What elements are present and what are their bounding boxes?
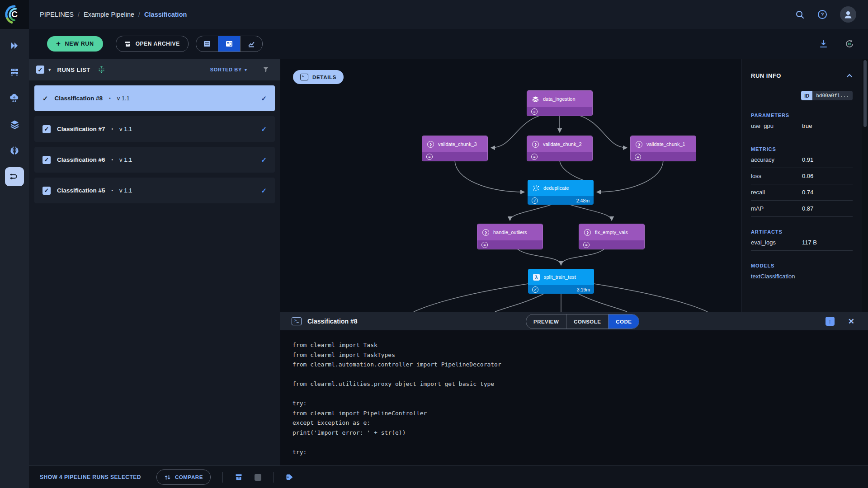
tab-code[interactable]: CODE	[609, 314, 639, 328]
run-status-check-icon: ✓	[261, 94, 267, 103]
footer-divider	[222, 472, 223, 483]
collapse-rows-icon[interactable]	[98, 66, 105, 74]
breadcrumb-root[interactable]: PIPELINES	[40, 11, 74, 18]
select-all-checkbox[interactable]: ✓	[36, 66, 44, 74]
expand-panel-icon[interactable]: ↑	[826, 317, 835, 326]
run-bullet: •	[112, 127, 113, 131]
sidebar-item-projects[interactable]	[5, 36, 24, 55]
row-checkbox[interactable]: ✓	[42, 156, 51, 164]
menu-circle-icon[interactable]: ≡	[531, 108, 538, 115]
scatter-icon	[533, 185, 539, 191]
menu-circle-icon[interactable]: ≡	[635, 154, 641, 160]
menu-circle-icon[interactable]: ≡	[481, 242, 488, 248]
person-icon	[843, 9, 853, 19]
run-name: Classification #8	[55, 95, 103, 102]
details-button[interactable]: >_ DETAILS	[293, 70, 344, 84]
run-status-check-icon: ✓	[261, 187, 267, 195]
download-icon[interactable]	[819, 39, 828, 49]
row-checkbox[interactable]: ✓	[42, 125, 51, 133]
dag-node-data-ingestion[interactable]: data_ingestion ≡	[527, 90, 593, 116]
sidebar-item-workers-queues[interactable]	[5, 62, 24, 81]
dag-node-deduplicate[interactable]: deduplicate ✓ 2:48m	[528, 180, 594, 205]
sidebar-item-pipelines[interactable]	[5, 167, 24, 186]
new-run-button[interactable]: + NEW RUN	[47, 36, 103, 52]
id-value: bd00a0f1...	[812, 91, 853, 100]
search-icon[interactable]	[795, 10, 805, 19]
split-view-toggle[interactable]	[218, 36, 241, 52]
filter-funnel-icon[interactable]	[262, 66, 269, 73]
select-dropdown-caret[interactable]: ▾	[48, 67, 51, 73]
open-archive-button[interactable]: OPEN ARCHIVE	[116, 36, 189, 52]
run-status-check-icon: ✓	[261, 125, 267, 133]
node-label: handle_outliers	[493, 230, 527, 235]
sidebar-item-models[interactable]	[5, 141, 24, 160]
chevron-up-icon[interactable]	[846, 74, 853, 78]
scrollbar-thumb[interactable]	[863, 60, 867, 127]
right-panel-scrollbar[interactable]	[862, 59, 868, 312]
auto-refresh-icon[interactable]	[844, 39, 854, 49]
code-line	[292, 389, 868, 399]
archive-icon	[124, 41, 131, 47]
run-row-classification-6[interactable]: ✓ Classification #6 • v 1.1 ✓	[34, 147, 275, 173]
dag-node-validate-chunk-2[interactable]: ❯ validate_chunk_2 ≡	[527, 136, 593, 161]
sorted-by-control[interactable]: SORTED BY	[210, 67, 242, 72]
abort-selected-icon[interactable]	[255, 474, 261, 481]
menu-circle-icon[interactable]: ≡	[426, 154, 433, 160]
dag-node-validate-chunk-3[interactable]: ❯ validate_chunk_3 ≡	[422, 136, 488, 161]
menu-circle-icon[interactable]: ≡	[583, 242, 590, 248]
run-id-row: ID bd00a0f1...	[751, 91, 853, 100]
metric-value: 0.06	[802, 173, 813, 179]
param-value: true	[802, 122, 812, 129]
selection-count-text[interactable]: SHOW 4 PIPELINE RUNS SELECTED	[40, 474, 141, 480]
model-row[interactable]: textClassification	[751, 268, 853, 284]
breadcrumb-separator: /	[138, 11, 140, 18]
table-view-toggle[interactable]	[196, 36, 218, 52]
new-run-label: NEW RUN	[65, 41, 94, 47]
breadcrumb-separator: /	[78, 11, 80, 18]
sorted-by-caret[interactable]: ▾	[245, 67, 247, 72]
compare-button[interactable]: COMPARE	[156, 469, 211, 485]
add-tag-icon[interactable]	[285, 473, 294, 481]
run-row-classification-7[interactable]: ✓ Classification #7 • v 1.1 ✓	[34, 116, 275, 142]
code-line: from clearml import Task	[292, 340, 868, 350]
cloud-gear-icon	[9, 93, 20, 103]
node-label: split_train_test	[544, 274, 576, 280]
run-row-classification-8[interactable]: ✓ Classification #8 • v 1.1 ✓	[34, 85, 275, 111]
metric-key: loss	[751, 173, 761, 179]
lambda-icon: λ	[533, 274, 540, 281]
help-icon[interactable]: ?	[817, 9, 827, 19]
dag-node-split-train-test[interactable]: λ split_train_test ✓ 3:19m	[528, 269, 594, 294]
clearml-logo[interactable]: C	[0, 0, 29, 29]
menu-circle-icon[interactable]: ≡	[531, 154, 538, 160]
dag-node-validate-chunk-1[interactable]: ❯ validate_chunk_1 ≡	[630, 136, 696, 161]
sidebar-nav	[0, 29, 29, 186]
status-check-circle-icon: ✓	[532, 197, 538, 204]
run-row-classification-5[interactable]: ✓ Classification #5 • v 1.1 ✓	[34, 178, 275, 203]
code-block[interactable]: from clearml import Task from clearml im…	[280, 330, 868, 457]
dag-node-fix-empty-vals[interactable]: ❯ fix_empty_vals ≡	[579, 224, 645, 249]
close-panel-icon[interactable]: ✕	[848, 317, 854, 326]
sidebar-item-datasets[interactable]	[5, 115, 24, 134]
user-avatar[interactable]	[840, 6, 856, 23]
code-line: from clearml.utilities.proxy_object impo…	[292, 379, 868, 389]
dag-node-handle-outliers[interactable]: ❯ handle_outliers ≡	[477, 224, 543, 249]
row-checkbox[interactable]: ✓	[42, 187, 51, 195]
sidebar-item-autoscalers[interactable]	[5, 89, 24, 108]
node-duration: 2:48m	[576, 198, 590, 203]
split-view-icon	[225, 40, 233, 48]
compare-label: COMPARE	[175, 474, 203, 480]
toolbar-right-actions	[819, 39, 854, 49]
node-label: validate_chunk_3	[438, 141, 477, 147]
tab-console[interactable]: CONSOLE	[566, 314, 609, 328]
pipeline-dag-canvas[interactable]: >_ DETAILS	[280, 59, 741, 312]
breadcrumb-project[interactable]: Example Pipeline	[84, 11, 134, 18]
run-version: v 1.1	[119, 187, 132, 194]
tab-preview[interactable]: PREVIEW	[526, 314, 566, 328]
model-name-link[interactable]: textClassification	[751, 273, 795, 280]
clearml-pipelines-app: C	[0, 0, 868, 488]
runs-list-panel: ✓ ▾ RUNS LIST SORTED BY ▾ ✓ Classificati…	[29, 59, 280, 465]
chart-view-toggle[interactable]	[241, 36, 262, 52]
code-line	[292, 437, 868, 447]
run-id-chip[interactable]: ID bd00a0f1...	[801, 91, 853, 100]
archive-selected-icon[interactable]	[235, 473, 243, 481]
